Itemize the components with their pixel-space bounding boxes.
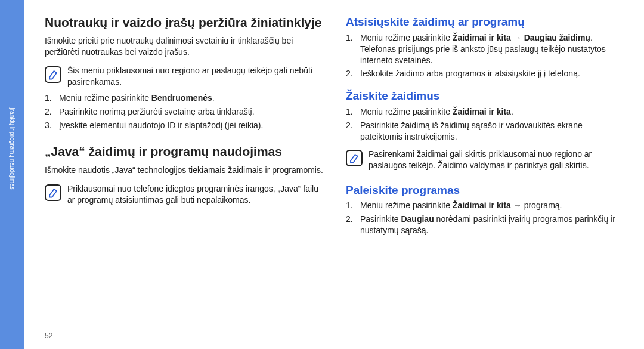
note-1: Šis meniu priklausomai nuo regiono ar pa… [45,65,325,88]
step-text: Meniu režime pasirinkite [360,33,453,42]
steps-launch: Meniu režime pasirinkite Žaidimai ir kit… [346,200,626,239]
intro-text-1: Išmokite prieiti prie nuotraukų dalinimo… [45,35,325,58]
list-item: Pasirinkite norimą peržiūrėti svetainę a… [45,106,325,118]
note-2-text: Priklausomai nuo telefone įdiegtos progr… [67,183,325,206]
list-item: Pasirinkite Daugiau norėdami pasirinkti … [346,214,626,236]
step-arrow: → [511,33,524,42]
step-continuation: Telefonas prisijungs prie iš anksto jūsų… [360,44,606,65]
list-item: Pasirinkite žaidimą iš žaidimų sąrašo ir… [346,120,626,143]
step-text: . [212,93,215,103]
step-text: Meniu režime pasirinkite [360,107,453,116]
step-text: . [511,107,513,116]
step-text: Pasirinkite [360,214,401,224]
step-text: Meniu režime pasirinkite [360,200,453,210]
steps-download: Meniu režime pasirinkite Žaidimai ir kit… [346,32,626,82]
heading-photos-web: Nuotraukų ir vaizdo įrašų peržiūra žinia… [45,15,325,30]
note-3: Pasirenkami žaidimai gali skirtis prikla… [346,149,626,171]
note-3-text: Pasirenkami žaidimai gali skirtis prikla… [369,149,626,171]
note-icon [45,66,61,83]
step-bold: Daugiau [401,214,434,224]
step-text: Meniu režime pasirinkite [59,93,151,103]
heading-play: Žaiskite žaidimus [346,89,626,103]
heading-java-games: „Java“ žaidimų ir programų naudojimas [45,144,325,159]
list-item: Meniu režime pasirinkite Žaidimai ir kit… [346,106,626,118]
step-bold: Žaidimai ir kita [453,33,511,42]
list-item: Meniu režime pasirinkite Bendruomenės. [45,92,325,104]
intro-text-2: Išmokite naudotis „Java“ technologijos t… [45,165,325,176]
list-item: Meniu režime pasirinkite Žaidimai ir kit… [346,32,626,66]
note-2: Priklausomai nuo telefone įdiegtos progr… [45,183,325,206]
step-bold: Daugiau žaidimų [524,33,590,42]
heading-download: Atsisiųskite žaidimų ar programų [346,15,626,29]
page-number: 52 [45,326,325,340]
steps-list-1: Meniu režime pasirinkite Bendruomenės. P… [45,92,325,134]
step-text: → programą. [511,200,562,210]
sidebar-label: Įrankių ir programų naudojimas [9,107,16,190]
list-item: Ieškokite žaidimo arba programos ir atsi… [346,68,626,79]
steps-play: Meniu režime pasirinkite Žaidimai ir kit… [346,106,626,145]
step-text: . [590,33,593,42]
step-bold: Bendruomenės [151,93,212,103]
note-icon [45,184,61,201]
right-column: Atsisiųskite žaidimų ar programų Meniu r… [346,15,626,340]
step-bold: Žaidimai ir kita [453,107,511,116]
left-column: Nuotraukų ir vaizdo įrašų peržiūra žinia… [45,15,325,340]
note-1-text: Šis meniu priklausomai nuo regiono ar pa… [67,65,325,88]
list-item: Įveskite elementui naudotojo ID ir slapt… [45,120,325,131]
sidebar: Įrankių ir programų naudojimas [0,0,24,349]
step-bold: Žaidimai ir kita [453,200,511,210]
list-item: Meniu režime pasirinkite Žaidimai ir kit… [346,200,626,211]
page-content: Nuotraukų ir vaizdo įrašų peržiūra žinia… [24,0,644,349]
heading-launch: Paleiskite programas [346,183,626,197]
note-icon [346,150,363,166]
